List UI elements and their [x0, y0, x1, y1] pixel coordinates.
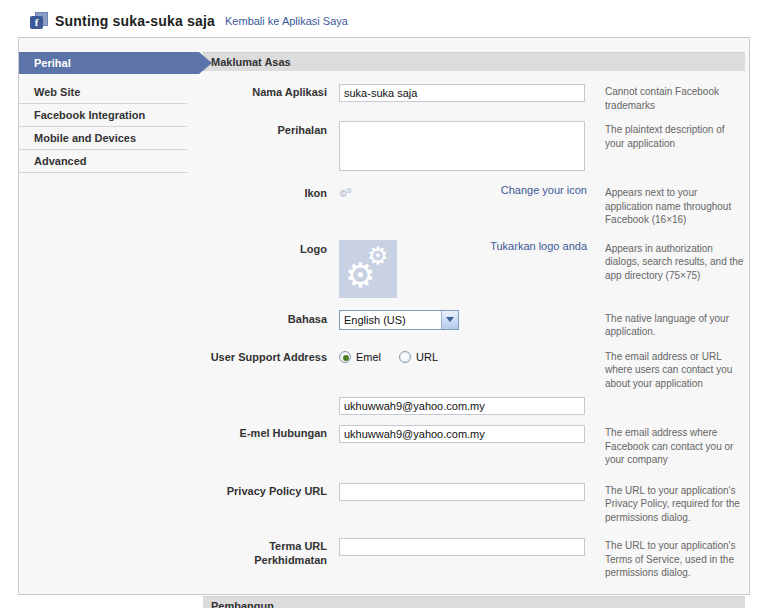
terms-url-input[interactable] [339, 538, 585, 556]
sidebar-item-facebook-integration[interactable]: Facebook Integration [19, 104, 187, 127]
privacy-url-row: Privacy Policy URL The URL to your appli… [203, 482, 745, 525]
logo-label: Logo [203, 240, 339, 298]
logo-help: Appears in authorization dialogs, search… [605, 240, 745, 298]
language-help: The native language of your application. [605, 310, 745, 339]
support-address-label: User Support Address [203, 348, 339, 391]
description-label: Perihalan [203, 121, 339, 175]
support-url-radio[interactable] [399, 351, 411, 363]
language-selected-value: English (US) [340, 314, 441, 326]
logo-row: Logo ⚙ ⚙ Tukarkan logo anda Appears in a… [203, 240, 745, 298]
chevron-down-icon [446, 317, 454, 322]
terms-url-help: The URL to your application's Terms of S… [605, 537, 745, 580]
contact-email-input[interactable] [339, 425, 585, 443]
app-name-label: Nama Aplikasi [203, 83, 339, 112]
app-name-input[interactable] [339, 84, 585, 102]
sidebar-item-perihal[interactable]: Perihal [19, 52, 212, 74]
support-email-empty-label [203, 396, 339, 415]
app-mini-gears-icon: ⚙⚙ [339, 184, 350, 201]
privacy-url-label: Privacy Policy URL [203, 482, 339, 525]
terms-url-label: Terma URL Perkhidmatan [203, 537, 339, 580]
support-address-row: User Support Address Emel URL The email … [203, 348, 745, 391]
icon-row: Ikon ⚙⚙ Change your icon Appears next to… [203, 184, 745, 227]
support-email-input[interactable] [339, 397, 585, 415]
sidebar-item-mobile-and-devices[interactable]: Mobile and Devices [19, 127, 187, 150]
privacy-url-input[interactable] [339, 483, 585, 501]
icon-help: Appears next to your application name th… [605, 184, 745, 227]
main-form-area: Maklumat Asas Nama Aplikasi Cannot conta… [199, 38, 759, 594]
contact-email-help: The email address where Facebook can con… [605, 424, 745, 467]
back-to-apps-link[interactable]: Kembali ke Aplikasi Saya [225, 15, 348, 27]
language-label: Bahasa [203, 310, 339, 339]
terms-url-row: Terma URL Perkhidmatan The URL to your a… [203, 537, 745, 580]
icon-label: Ikon [203, 184, 339, 227]
support-url-radio-label: URL [416, 351, 438, 363]
app-name-help: Cannot contain Facebook trademarks [605, 83, 745, 112]
sidebar-item-web-site[interactable]: Web Site [19, 81, 187, 104]
description-help: The plaintext description of your applic… [605, 121, 745, 175]
select-dropdown-button[interactable] [441, 311, 458, 329]
support-email-radio-label: Emel [356, 351, 381, 363]
support-email-row [203, 396, 745, 415]
app-logo-image: ⚙ ⚙ [339, 240, 397, 298]
privacy-url-help: The URL to your application's Privacy Po… [605, 482, 745, 525]
description-row: Perihalan The plaintext description of y… [203, 121, 745, 175]
language-row: Bahasa English (US) The native language … [203, 310, 745, 339]
gear-icon: ⚙ [367, 244, 389, 268]
facebook-f-icon: f [30, 16, 43, 29]
support-address-help: The email address or URL where users can… [605, 348, 745, 391]
section-header-basic-info: Maklumat Asas [203, 52, 745, 71]
settings-panel: Perihal Web Site Facebook Integration Mo… [18, 37, 750, 595]
change-logo-link[interactable]: Tukarkan logo anda [490, 240, 587, 252]
sidebar: Perihal Web Site Facebook Integration Mo… [19, 38, 199, 594]
description-textarea[interactable] [339, 121, 585, 171]
facebook-app-icon: f [30, 12, 48, 29]
language-select[interactable]: English (US) [339, 310, 459, 330]
app-name-row: Nama Aplikasi Cannot contain Facebook tr… [203, 83, 745, 112]
change-icon-link[interactable]: Change your icon [501, 184, 587, 196]
contact-email-label: E-mel Hubungan [203, 424, 339, 467]
page-title: Sunting suka-suka saja [55, 13, 215, 29]
section-header-developers: Pembangun [203, 596, 745, 608]
sidebar-item-advanced[interactable]: Advanced [19, 150, 187, 173]
page-header: f Sunting suka-suka saja Kembali ke Apli… [0, 0, 768, 37]
contact-email-row: E-mel Hubungan The email address where F… [203, 424, 745, 467]
support-email-radio[interactable] [339, 351, 351, 363]
